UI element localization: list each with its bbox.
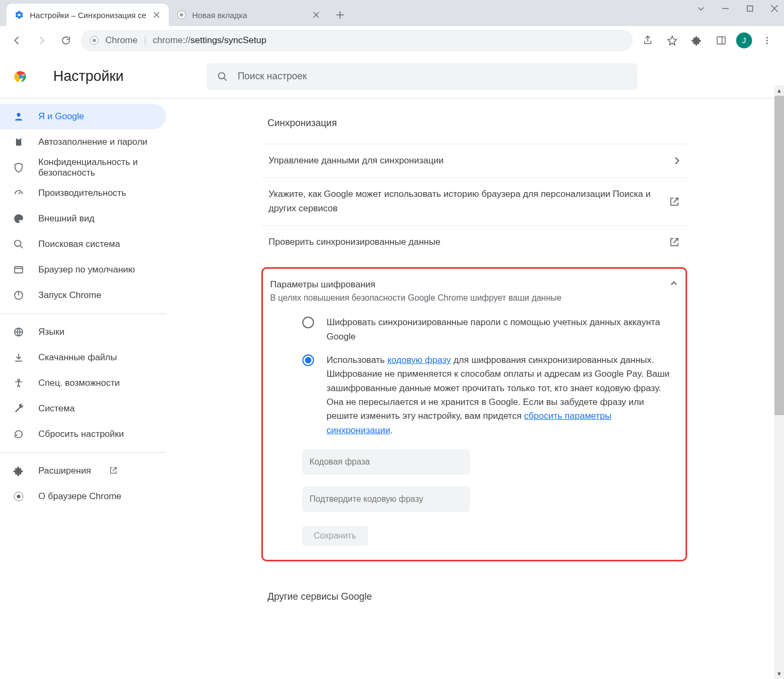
scrollbar-down-icon[interactable]: ▼	[774, 668, 784, 679]
sidebar-item-label: Система	[38, 403, 75, 414]
sidebar-item-label: Расширения	[38, 466, 91, 476]
svg-point-1	[180, 13, 183, 16]
sidebar-item-startup[interactable]: Запуск Chrome	[0, 283, 166, 308]
forward-button[interactable]	[32, 31, 51, 50]
svg-point-18	[18, 379, 19, 381]
sidebar-item-about[interactable]: О браузере Chrome	[0, 484, 166, 509]
globe-icon	[13, 326, 24, 338]
sidebar-item-languages[interactable]: Языки	[0, 319, 166, 345]
sidebar-item-downloads[interactable]: Скачанные файлы	[0, 345, 166, 370]
svg-rect-2	[747, 6, 753, 11]
sidebar-item-label: Скачанные файлы	[38, 352, 117, 363]
svg-rect-15	[15, 267, 23, 273]
scrollbar-up-icon[interactable]: ▲	[774, 85, 784, 96]
page-title: Настройки	[53, 68, 123, 85]
sidebar-item-label: Внешний вид	[38, 213, 94, 224]
wrench-icon	[13, 403, 24, 415]
scrollbar-thumb[interactable]	[774, 96, 784, 415]
profile-avatar[interactable]: J	[736, 32, 752, 48]
sidebar-item-you-and-google[interactable]: Я и Google	[0, 104, 166, 129]
chevron-up-icon[interactable]	[670, 279, 678, 288]
gear-icon	[14, 10, 24, 20]
window-close-icon[interactable]	[769, 3, 780, 14]
sidebar-item-accessibility[interactable]: Спец. возможности	[0, 370, 166, 396]
chrome-icon	[176, 10, 187, 20]
svg-point-8	[766, 42, 768, 44]
open-in-new-icon	[109, 466, 119, 476]
close-icon[interactable]	[152, 10, 161, 20]
window-controls	[696, 3, 780, 14]
row-manage-sync-data[interactable]: Управление данными для синхронизации	[261, 144, 687, 177]
sidepanel-icon[interactable]	[712, 31, 731, 50]
settings-header: Настройки Поиск настроек	[0, 55, 784, 98]
chrome-logo-icon	[13, 69, 29, 85]
svg-rect-12	[16, 138, 21, 145]
new-tab-button[interactable]	[332, 6, 349, 23]
omnibox-scheme: Chrome	[105, 35, 137, 46]
maximize-icon[interactable]	[745, 3, 755, 14]
sidebar-item-system[interactable]: Система	[0, 396, 166, 421]
row-google-personalization[interactable]: Укажите, как Google может использовать и…	[261, 177, 687, 225]
row-review-synced-data[interactable]: Проверить синхронизированные данные	[261, 225, 687, 259]
svg-point-14	[15, 241, 21, 247]
link-passphrase[interactable]: кодовую фразу	[387, 355, 451, 365]
settings-main: Синхронизация Управление данными для син…	[170, 98, 784, 679]
sidebar-item-label: Автозаполнение и пароли	[38, 137, 147, 147]
sidebar-item-label: Браузер по умолчанию	[38, 264, 135, 275]
svg-point-11	[17, 113, 21, 117]
svg-rect-5	[717, 37, 725, 44]
radio-encrypt-with-google[interactable]: Шифровать синхронизированные пароли с по…	[302, 316, 678, 344]
sidebar-item-label: Производительность	[38, 188, 126, 198]
sidebar-item-label: Спец. возможности	[38, 378, 120, 388]
sidebar-item-label: Языки	[38, 327, 64, 337]
search-icon	[13, 238, 24, 250]
window-dropdown-icon[interactable]	[696, 3, 706, 14]
sidebar-item-label: Поисковая система	[38, 239, 120, 250]
bookmark-icon[interactable]	[663, 31, 682, 50]
sidebar-item-appearance[interactable]: Внешний вид	[0, 206, 166, 231]
extensions-icon[interactable]	[687, 31, 706, 50]
svg-point-4	[93, 38, 96, 42]
sidebar-item-privacy[interactable]: Конфиденциальность и безопасность	[0, 155, 166, 180]
search-icon	[217, 71, 228, 82]
minimize-icon[interactable]	[720, 3, 731, 14]
sidebar-item-search[interactable]: Поисковая система	[0, 231, 166, 257]
speedometer-icon	[13, 187, 24, 199]
sidebar-item-performance[interactable]: Производительность	[0, 180, 166, 206]
passphrase-input[interactable]	[302, 449, 470, 475]
sidebar-item-default-browser[interactable]: Браузер по умолчанию	[0, 257, 166, 283]
window-tabstrip: Настройки – Синхронизация се Новая вклад…	[0, 0, 784, 26]
omnibox-url: chrome://settings/syncSetup	[153, 35, 267, 46]
search-placeholder: Поиск настроек	[237, 71, 307, 82]
person-icon	[13, 111, 24, 122]
save-button[interactable]: Сохранить	[302, 526, 368, 546]
omnibox[interactable]: Chrome | chrome://settings/syncSetup	[81, 30, 633, 51]
browser-tab[interactable]: Новая вкладка	[169, 4, 328, 26]
shield-icon	[13, 162, 24, 173]
encryption-subtitle: В целях повышения безопасности Google Ch…	[270, 293, 562, 303]
menu-icon[interactable]	[757, 31, 777, 50]
palette-icon	[13, 213, 24, 225]
reload-button[interactable]	[56, 31, 76, 50]
radio-encrypt-with-passphrase[interactable]: Использовать кодовую фразу для шифровани…	[302, 353, 678, 437]
window-scrollbar[interactable]: ▲ ▼	[774, 85, 784, 679]
sidebar-item-reset[interactable]: Сбросить настройки	[0, 421, 166, 447]
tab-title: Новая вкладка	[192, 11, 247, 20]
back-button[interactable]	[7, 31, 27, 50]
svg-point-20	[17, 495, 21, 499]
svg-point-6	[766, 37, 768, 38]
encryption-title: Параметры шифрования	[270, 279, 562, 290]
share-icon[interactable]	[638, 31, 657, 50]
browser-tab-active[interactable]: Настройки – Синхронизация се	[6, 4, 169, 26]
confirm-passphrase-input[interactable]	[302, 486, 470, 512]
sidebar-item-autofill[interactable]: Автозаполнение и пароли	[0, 129, 166, 155]
chrome-icon	[89, 36, 99, 45]
settings-search[interactable]: Поиск настроек	[207, 63, 638, 90]
close-icon[interactable]	[311, 10, 321, 20]
sidebar-item-label: Конфиденциальность и безопасность	[38, 157, 153, 179]
section-title-sync: Синхронизация	[268, 118, 687, 129]
reset-icon	[13, 428, 24, 440]
tab-title: Настройки – Синхронизация се	[30, 11, 146, 20]
sidebar-separator	[0, 313, 166, 314]
sidebar-item-extensions[interactable]: Расширения	[0, 458, 166, 484]
